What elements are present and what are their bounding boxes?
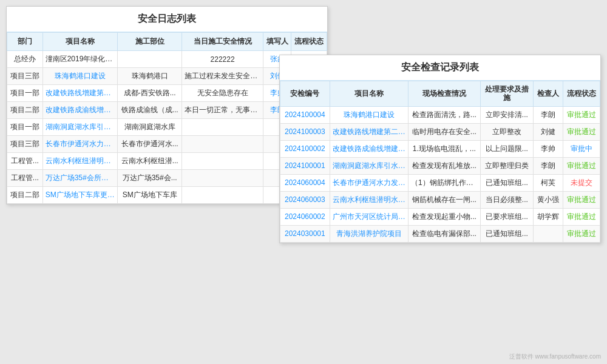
project-cell[interactable]: 长春市伊通河水力发电... <box>330 174 408 191</box>
status-cell: 审批通过 <box>563 191 600 208</box>
col-author: 填写人 <box>263 33 291 51</box>
safety-log-header-row: 部门 项目名称 施工部位 当日施工安全情况 填写人 流程状态 <box>7 33 327 51</box>
id-cell[interactable]: 2024060002 <box>280 208 330 225</box>
location-cell: 云南水利枢纽潜... <box>118 153 182 170</box>
table-row: 2024100001湖南洞庭湖水库引水工...检查发现有乱堆放...立即整理归类… <box>280 157 600 174</box>
dept-cell: 项目一部 <box>7 119 43 136</box>
inspector-cell: 胡学辉 <box>533 208 563 225</box>
location-cell <box>118 51 182 68</box>
situation-cell: 临时用电存在安全... <box>409 123 481 140</box>
col-id: 安检编号 <box>280 81 330 107</box>
status-cell: 审批通过 <box>563 208 600 225</box>
measures-cell: 已通知班组... <box>480 225 533 242</box>
safety-cell: 本日一切正常，无事故发... <box>182 102 263 119</box>
col-project: 项目名称 <box>42 33 118 51</box>
measures-cell: 立即整理归类 <box>480 157 533 174</box>
id-cell[interactable]: 2024060003 <box>280 191 330 208</box>
dept-cell: 工程管... <box>7 153 43 170</box>
project-cell[interactable]: SM广场地下车库更换摄... <box>42 187 118 204</box>
dept-cell: 项目三部 <box>7 136 43 153</box>
left-panel-title: 安全日志列表 <box>7 7 327 32</box>
right-panel-title: 安全检查记录列表 <box>280 55 600 81</box>
status-cell: 审批通过 <box>563 225 600 242</box>
project-cell[interactable]: 湖南洞庭湖水库引水工... <box>330 157 408 174</box>
table-row: 2024100004珠海鹤港口建设检查路面清洗，路...立即安排清...李朗审批… <box>280 106 600 123</box>
measures-cell: 当日必须整... <box>480 191 533 208</box>
location-cell: 长春市伊通河水... <box>118 136 182 153</box>
safety-cell: 无安全隐患存在 <box>182 85 263 102</box>
safety-cell: 施工过程未发生安全事故... <box>182 68 263 85</box>
measures-cell: 立即安排清... <box>480 106 533 123</box>
situation-cell: 1.现场临电混乱，... <box>409 140 481 157</box>
project-cell[interactable]: 改建铁路成渝线增建第二... <box>42 102 118 119</box>
dept-cell: 项目二部 <box>7 187 43 204</box>
col-status: 流程状态 <box>291 33 327 51</box>
safety-cell: 222222 <box>182 51 263 68</box>
safety-cell <box>182 153 263 170</box>
location-cell: SM广场地下车库 <box>118 187 182 204</box>
id-cell[interactable]: 2024100003 <box>280 123 330 140</box>
situation-cell: 检查临电有漏保部... <box>409 225 481 242</box>
project-cell[interactable]: 广州市天河区统计局机... <box>330 208 408 225</box>
id-cell[interactable]: 2024100001 <box>280 157 330 174</box>
safety-inspection-table: 安检编号 项目名称 现场检查情况 处理要求及措施 检查人 流程状态 202410… <box>280 81 600 243</box>
table-row: 2024030001青海洪湖养护院项目检查临电有漏保部...已通知班组...审批… <box>280 225 600 242</box>
col-situation: 现场检查情况 <box>409 81 481 107</box>
safety-log-thead: 部门 项目名称 施工部位 当日施工安全情况 填写人 流程状态 <box>7 33 327 51</box>
col-flow-status: 流程状态 <box>563 81 600 107</box>
project-cell[interactable]: 青海洪湖养护院项目 <box>330 225 408 242</box>
project-cell[interactable]: 云南水利枢纽潜明水库... <box>330 191 408 208</box>
measures-cell: 已通知班组... <box>480 174 533 191</box>
main-container: 安全日志列表 部门 项目名称 施工部位 当日施工安全情况 填写人 流程状态 总经… <box>0 0 607 364</box>
col-inspector: 检查人 <box>533 81 563 107</box>
situation-cell: （1）钢筋绑扎作业... <box>409 174 481 191</box>
inspector-cell: 柯芙 <box>533 174 563 191</box>
safety-inspection-panel: 安全检查记录列表 安检编号 项目名称 现场检查情况 处理要求及措施 检查人 流程… <box>279 55 601 243</box>
safety-inspection-thead: 安检编号 项目名称 现场检查情况 处理要求及措施 检查人 流程状态 <box>280 81 600 107</box>
inspector-cell: 刘健 <box>533 123 563 140</box>
inspector-cell: 黄小强 <box>533 191 563 208</box>
project-cell[interactable]: 珠海鹤港口建设 <box>330 106 408 123</box>
project-cell[interactable]: 云南水利枢纽潜明水库一... <box>42 153 118 170</box>
project-cell[interactable]: 湖南洞庭湖水库引水工程... <box>42 119 118 136</box>
measures-cell: 已要求班组... <box>480 208 533 225</box>
safety-cell <box>182 136 263 153</box>
col-project: 项目名称 <box>330 81 408 107</box>
project-cell[interactable]: 万达广场35#会所及咖啡... <box>42 170 118 187</box>
status-cell: 审批通过 <box>563 106 600 123</box>
location-cell: 珠海鹤港口 <box>118 68 182 85</box>
id-cell[interactable]: 2024100002 <box>280 140 330 157</box>
measures-cell: 立即整改 <box>480 123 533 140</box>
dept-cell: 项目二部 <box>7 102 43 119</box>
safety-cell <box>182 119 263 136</box>
location-cell: 湖南洞庭湖水库 <box>118 119 182 136</box>
project-cell[interactable]: 珠海鹤港口建设 <box>42 68 118 85</box>
safety-inspection-tbody: 2024100004珠海鹤港口建设检查路面清洗，路...立即安排清...李朗审批… <box>280 106 600 242</box>
project-cell[interactable]: 改建铁路成渝线增建第... <box>330 140 408 157</box>
inspector-cell: 李朗 <box>533 106 563 123</box>
dept-cell: 总经办 <box>7 51 43 68</box>
safety-inspection-header-row: 安检编号 项目名称 现场检查情况 处理要求及措施 检查人 流程状态 <box>280 81 600 107</box>
table-row: 2024100002改建铁路成渝线增建第...1.现场临电混乱，...以上问题限… <box>280 140 600 157</box>
status-cell: 审批通过 <box>563 123 600 140</box>
situation-cell: 检查路面清洗，路... <box>409 106 481 123</box>
location-cell: 成都-西安铁路... <box>118 85 182 102</box>
measures-cell: 以上问题限... <box>480 140 533 157</box>
id-cell[interactable]: 2024030001 <box>280 225 330 242</box>
project-cell[interactable]: 长春市伊通河水力发电厂... <box>42 136 118 153</box>
inspector-cell: 李帅 <box>533 140 563 157</box>
project-cell[interactable]: 改建铁路线增建第二线... <box>330 123 408 140</box>
col-dept: 部门 <box>7 33 43 51</box>
project-cell[interactable]: 改建铁路线增建第二线直... <box>42 85 118 102</box>
safety-cell <box>182 187 263 204</box>
situation-cell: 检查发现有乱堆放... <box>409 157 481 174</box>
col-location: 施工部位 <box>118 33 182 51</box>
status-cell: 审批通过 <box>563 157 600 174</box>
id-cell[interactable]: 2024060004 <box>280 174 330 191</box>
watermark: 泛普软件 www.fanpusoftware.com <box>509 352 601 361</box>
status-cell: 审批中 <box>563 140 600 157</box>
status-cell: 未提交 <box>563 174 600 191</box>
id-cell[interactable]: 2024100004 <box>280 106 330 123</box>
safety-cell <box>182 170 263 187</box>
table-row: 2024060002广州市天河区统计局机...检查发现起重小物...已要求班组.… <box>280 208 600 225</box>
